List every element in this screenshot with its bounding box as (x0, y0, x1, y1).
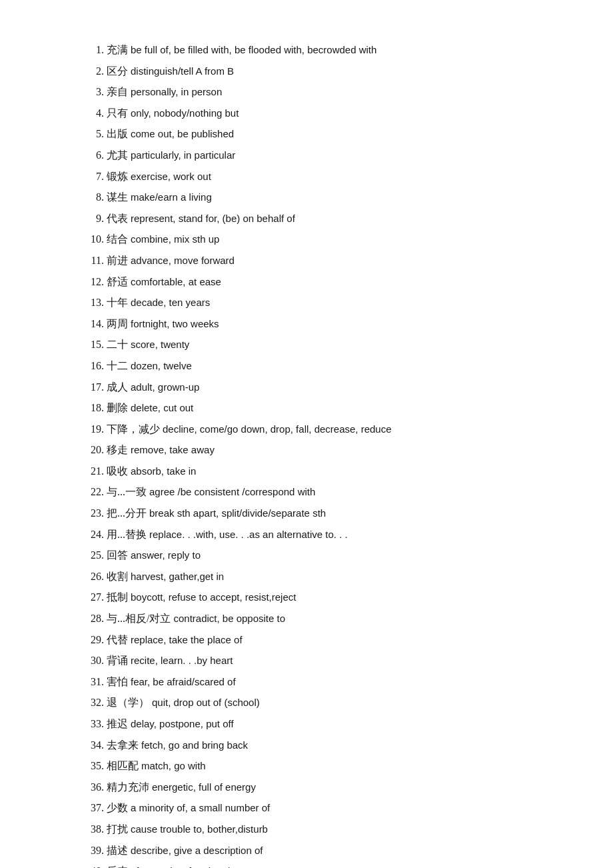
item-number: 33. (80, 714, 104, 734)
item-content: 出版 come out, be published (107, 124, 546, 144)
item-content: 二十 score, twenty (107, 335, 546, 355)
item-number: 35. (80, 756, 104, 776)
item-chinese: 锻炼 (107, 171, 131, 182)
item-chinese: 十二 (107, 360, 131, 371)
item-number: 39. (80, 841, 104, 861)
item-number: 22. (80, 482, 104, 502)
item-english: only, nobody/nothing but (131, 107, 239, 119)
item-english: personally, in person (131, 86, 222, 97)
item-content: 回答 answer, reply to (107, 545, 546, 565)
item-number: 14. (80, 314, 104, 334)
item-chinese: 与...相反/对立 (107, 613, 173, 624)
item-chinese: 充满 (107, 44, 131, 55)
item-chinese: 成人 (107, 381, 131, 393)
item-english: be full of, be filled with, be flooded w… (131, 44, 376, 55)
list-item: 11.前进 advance, move forward (80, 251, 546, 271)
item-english: score, twenty (131, 339, 189, 350)
item-number: 29. (80, 630, 104, 650)
item-number: 15. (80, 335, 104, 355)
item-chinese: 谋生 (107, 191, 131, 203)
list-item: 34.去拿来 fetch, go and bring back (80, 735, 546, 755)
item-content: 推迟 delay, postpone, put off (107, 714, 546, 734)
item-chinese: 退（学） (107, 697, 152, 708)
item-number: 23. (80, 503, 104, 523)
item-content: 退（学） quit, drop out of (school) (107, 693, 546, 713)
item-chinese: 相匹配 (107, 760, 141, 771)
list-item: 9.代表 represent, stand for, (be) on behal… (80, 209, 546, 229)
list-item: 1.充满 be full of, be filled with, be floo… (80, 40, 546, 60)
item-number: 6. (80, 145, 104, 165)
list-item: 18.删除 delete, cut out (80, 398, 546, 418)
item-number: 5. (80, 124, 104, 144)
list-item: 32.退（学） quit, drop out of (school) (80, 693, 546, 713)
item-chinese: 区分 (107, 65, 131, 77)
item-number: 7. (80, 167, 104, 187)
item-number: 11. (80, 251, 104, 271)
item-number: 10. (80, 229, 104, 249)
list-item: 2.区分 distinguish/tell A from B (80, 61, 546, 81)
item-content: 害怕 fear, be afraid/scared of (107, 672, 546, 692)
item-content: 用...替换 replace. . .with, use. . .as an a… (107, 525, 546, 545)
list-item: 33.推迟 delay, postpone, put off (80, 714, 546, 734)
list-item: 28.与...相反/对立 contradict, be opposite to (80, 609, 546, 629)
list-item: 29.代替 replace, take the place of (80, 630, 546, 650)
item-number: 27. (80, 587, 104, 607)
list-item: 24.用...替换 replace. . .with, use. . .as a… (80, 525, 546, 545)
item-english: quit, drop out of (school) (152, 697, 260, 708)
item-content: 与...一致 agree /be consistent /correspond … (107, 482, 546, 502)
item-content: 代替 replace, take the place of (107, 630, 546, 650)
list-item: 35.相匹配 match, go with (80, 756, 546, 776)
item-content: 十二 dozen, twelve (107, 356, 546, 376)
item-chinese: 精力充沛 (107, 781, 152, 793)
item-content: 删除 delete, cut out (107, 398, 546, 418)
item-number: 25. (80, 545, 104, 565)
item-number: 18. (80, 398, 104, 418)
list-item: 19.下降，减少 decline, come/go down, drop, fa… (80, 419, 546, 439)
item-english: a minority of, a small number of (131, 802, 270, 813)
item-content: 移走 remove, take away (107, 440, 546, 460)
item-english: break sth apart, split/divide/separate s… (149, 507, 326, 519)
item-content: 前进 advance, move forward (107, 251, 546, 271)
item-number: 3. (80, 82, 104, 102)
item-chinese: 去拿来 (107, 739, 141, 751)
list-item: 21.吸收 absorb, take in (80, 461, 546, 481)
list-item: 10.结合 combine, mix sth up (80, 229, 546, 249)
item-english: delay, postpone, put off (131, 718, 234, 729)
item-chinese: 下降，减少 (107, 423, 163, 435)
item-content: 两周 fortnight, two weeks (107, 314, 546, 334)
item-english: decade, ten years (131, 297, 210, 308)
item-chinese: 后来 (107, 865, 131, 868)
item-number: 20. (80, 440, 104, 460)
item-number: 19. (80, 419, 104, 439)
item-number: 32. (80, 693, 104, 713)
item-chinese: 二十 (107, 339, 131, 350)
list-item: 38.打扰 cause trouble to, bother,disturb (80, 819, 546, 839)
item-english: energetic, full of energy (152, 781, 256, 793)
item-number: 2. (80, 61, 104, 81)
list-item: 39.描述 describe, give a description of (80, 841, 546, 861)
item-english: fear, be afraid/scared of (131, 676, 236, 687)
item-english: fortnight, two weeks (131, 318, 219, 329)
item-number: 9. (80, 209, 104, 229)
item-english: distinguish/tell A from B (131, 65, 234, 77)
item-chinese: 把...分开 (107, 507, 149, 519)
list-item: 23.把...分开 break sth apart, split/divide/… (80, 503, 546, 523)
item-content: 后来 afterwards, after that, later on (107, 861, 546, 868)
item-number: 40. (80, 861, 104, 868)
item-chinese: 删除 (107, 402, 131, 413)
item-number: 8. (80, 187, 104, 207)
item-chinese: 十年 (107, 297, 131, 308)
item-english: make/earn a living (131, 191, 212, 203)
item-chinese: 背诵 (107, 655, 131, 666)
item-chinese: 前进 (107, 255, 131, 266)
list-item: 25.回答 answer, reply to (80, 545, 546, 565)
item-english: comfortable, at ease (131, 276, 221, 287)
list-item: 31.害怕 fear, be afraid/scared of (80, 672, 546, 692)
item-english: agree /be consistent /correspond with (149, 486, 315, 497)
item-number: 34. (80, 735, 104, 755)
item-english: absorb, take in (131, 465, 196, 477)
item-content: 背诵 recite, learn. . .by heart (107, 651, 546, 671)
item-english: answer, reply to (131, 549, 201, 561)
item-english: remove, take away (131, 444, 215, 455)
list-item: 14.两周 fortnight, two weeks (80, 314, 546, 334)
